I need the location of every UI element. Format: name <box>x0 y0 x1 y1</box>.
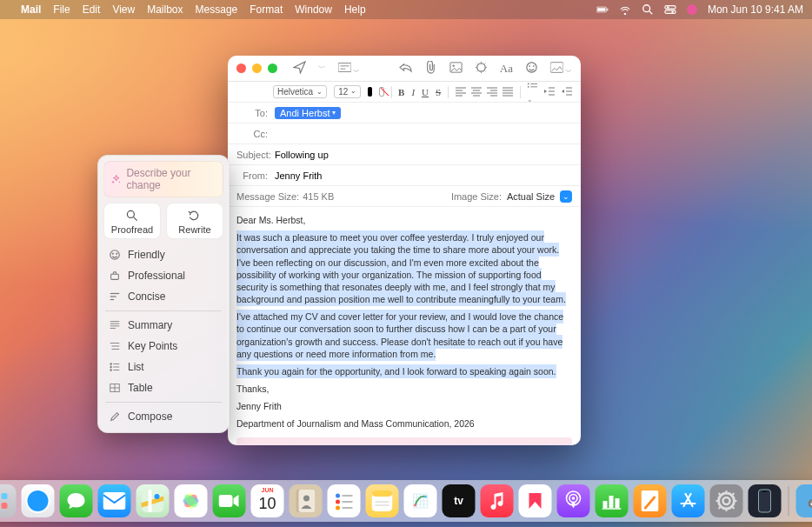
proofread-button[interactable]: Proofread <box>103 203 161 239</box>
reply-icon[interactable] <box>399 61 412 77</box>
zoom-button[interactable] <box>268 63 277 73</box>
align-justify-icon[interactable] <box>503 86 513 98</box>
close-button[interactable] <box>236 63 246 73</box>
transform-keypoints[interactable]: Key Points <box>103 336 223 357</box>
dock-reminders[interactable] <box>328 484 361 517</box>
dock-freeform[interactable] <box>404 484 437 517</box>
menu-window[interactable]: Window <box>295 3 332 16</box>
photo-browser-icon[interactable]: ﹀ <box>550 61 572 77</box>
strikethrough-button[interactable]: S <box>436 87 441 97</box>
transform-summary[interactable]: Summary <box>103 315 223 336</box>
menu-format[interactable]: Format <box>250 3 283 16</box>
attachment-preview[interactable]: JENNY FRITH I am a third-year student un… <box>236 437 572 445</box>
dock-pages[interactable] <box>634 484 667 517</box>
menu-file[interactable]: File <box>53 3 70 16</box>
transform-list[interactable]: List <box>103 357 223 377</box>
dock-tv[interactable]: tv <box>443 484 476 517</box>
underline-button[interactable]: U <box>422 87 429 97</box>
wifi-icon[interactable] <box>619 3 631 16</box>
dock-facetime[interactable] <box>213 484 246 517</box>
menu-mailbox[interactable]: Mailbox <box>147 3 183 16</box>
send-icon[interactable] <box>293 61 306 77</box>
message-body[interactable]: Dear Ms. Herbst, It was such a pleasure … <box>228 207 581 445</box>
dock-numbers[interactable] <box>596 484 629 517</box>
svg-point-107 <box>572 497 576 500</box>
format-bar: Helvetica⌄ 12⌄ B I U S ⌄ <box>228 82 581 103</box>
siri-icon[interactable] <box>687 4 697 15</box>
toolbar-dropdown-chevron-icon[interactable]: ﹀ <box>318 63 326 74</box>
to-row[interactable]: To: Andi Herbst <box>228 103 581 123</box>
indent-left-icon[interactable] <box>562 86 572 98</box>
header-fields-icon[interactable]: ﹀ <box>338 61 360 77</box>
dock-safari[interactable] <box>22 484 55 517</box>
svg-line-48 <box>134 217 137 221</box>
recipient-pill[interactable]: Andi Herbst <box>275 107 341 119</box>
font-family-select[interactable]: Helvetica⌄ <box>273 85 327 98</box>
dock-music[interactable] <box>481 484 514 517</box>
dock-settings[interactable] <box>710 484 743 517</box>
svg-point-67 <box>110 370 112 371</box>
from-row[interactable]: From: Jenny Frith <box>228 165 581 186</box>
dock-calendar[interactable]: JUN10 <box>251 484 284 517</box>
subject-row[interactable]: Subject: Following up <box>228 144 581 165</box>
attach-icon[interactable] <box>424 61 437 77</box>
spotlight-icon[interactable] <box>642 3 654 16</box>
describe-change-input[interactable]: Describe your change <box>103 161 223 197</box>
font-size-select[interactable]: 12⌄ <box>334 85 361 98</box>
format-text-icon[interactable]: Aa <box>500 62 513 76</box>
cc-row[interactable]: Cc: <box>228 123 581 144</box>
rewrite-button[interactable]: Rewrite <box>166 203 223 239</box>
dock-mail[interactable] <box>98 484 131 517</box>
text-color-swatch[interactable] <box>368 87 372 97</box>
image-size-value[interactable]: Actual Size <box>507 191 555 202</box>
from-value[interactable]: Jenny Frith <box>275 170 322 181</box>
image-size-dropdown-icon[interactable]: ⌄ <box>560 190 572 203</box>
menu-help[interactable]: Help <box>344 3 366 16</box>
svg-rect-76 <box>2 493 8 499</box>
dock-downloads[interactable] <box>796 484 813 517</box>
tone-professional[interactable]: Professional <box>103 265 223 286</box>
menu-view[interactable]: View <box>112 3 135 16</box>
dock-notes[interactable] <box>366 484 399 517</box>
writing-tools-icon[interactable] <box>475 61 488 77</box>
dock-news[interactable] <box>519 484 552 517</box>
menu-bar-clock[interactable]: Mon Jun 10 9:41 AM <box>708 3 803 16</box>
dock-podcasts[interactable] <box>557 484 590 517</box>
subject-value[interactable]: Following up <box>275 150 329 160</box>
window-titlebar[interactable]: ﹀ ﹀ Aa ﹀ <box>228 56 581 82</box>
transform-table[interactable]: Table <box>103 377 223 398</box>
compose-option[interactable]: Compose <box>103 406 223 427</box>
svg-rect-123 <box>759 490 771 512</box>
tone-concise[interactable]: Concise <box>103 286 223 307</box>
bold-button[interactable]: B <box>398 87 404 97</box>
svg-point-8 <box>671 10 673 12</box>
dock-photos[interactable] <box>175 484 208 517</box>
mail-compose-window: ﹀ ﹀ Aa ﹀ Helvetica⌄ 12⌄ B I U S <box>228 56 581 445</box>
emoji-picker-icon[interactable] <box>525 61 538 77</box>
indent-right-icon[interactable] <box>544 86 555 98</box>
link-insert-icon[interactable] <box>449 61 463 77</box>
calendar-month: JUN <box>261 487 273 493</box>
align-left-icon[interactable] <box>456 86 466 98</box>
battery-icon[interactable] <box>596 3 609 16</box>
tone-friendly[interactable]: Friendly <box>103 244 223 265</box>
menu-edit[interactable]: Edit <box>83 3 101 16</box>
menu-message[interactable]: Message <box>196 3 238 16</box>
app-menu[interactable]: Mail <box>21 3 41 16</box>
dock-maps[interactable] <box>136 484 170 517</box>
svg-rect-52 <box>111 274 119 279</box>
control-center-icon[interactable] <box>664 3 676 16</box>
dock-launchpad[interactable] <box>0 484 17 517</box>
dock-messages[interactable] <box>60 484 93 517</box>
lists-dropdown-icon[interactable]: ⌄ <box>527 81 537 103</box>
dock-iphone-mirroring[interactable] <box>749 484 782 517</box>
minimize-button[interactable] <box>252 63 262 73</box>
dock-appstore[interactable] <box>672 484 705 517</box>
svg-line-120 <box>733 507 735 509</box>
dock-contacts[interactable] <box>290 484 323 517</box>
align-right-icon[interactable] <box>487 86 497 98</box>
background-color-swatch[interactable] <box>379 87 384 97</box>
align-center-icon[interactable] <box>471 86 482 98</box>
italic-button[interactable]: I <box>411 87 415 97</box>
svg-point-96 <box>336 506 340 510</box>
